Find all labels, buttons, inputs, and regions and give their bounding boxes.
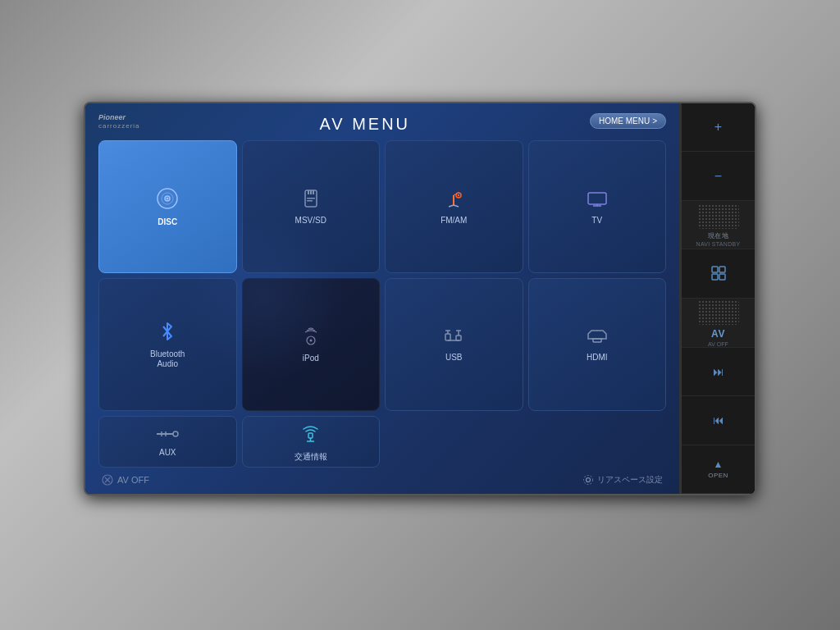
msvsd-label: MSV/SD xyxy=(295,216,326,226)
svg-point-42 xyxy=(587,478,591,482)
aux-icon xyxy=(155,426,180,445)
av-menu-title: AV MENU xyxy=(140,115,590,134)
menu-grid-button[interactable] xyxy=(682,249,755,298)
usb-label: USB xyxy=(445,353,463,363)
ipod-icon xyxy=(302,326,320,350)
menu-item-traffic[interactable]: 交通情報 xyxy=(242,416,381,468)
car-frame: Pioneer carrozzeria AV MENU HOME MENU > xyxy=(0,0,840,630)
svg-rect-47 xyxy=(719,274,725,280)
eject-button[interactable]: ▲ OPEN xyxy=(682,445,755,494)
svg-rect-5 xyxy=(308,190,309,194)
svg-line-12 xyxy=(454,205,459,207)
fmam-label: FM/AM xyxy=(441,216,467,226)
av-off-button[interactable]: AV OFF xyxy=(102,474,149,486)
tv-label: TV xyxy=(591,216,602,226)
menu-item-disc[interactable]: DISC xyxy=(98,140,237,273)
svg-point-32 xyxy=(173,431,178,436)
side-panel: + − 現在地 NAVI STANDBY xyxy=(681,103,755,494)
menu-item-msvsd[interactable]: MSV/SD xyxy=(242,140,381,273)
av-off-side-label: AV OFF xyxy=(708,341,728,347)
menu-item-bluetooth[interactable]: BluetoothAudio xyxy=(98,278,237,411)
tv-icon xyxy=(586,189,609,212)
av-button[interactable]: AV AV OFF xyxy=(682,299,755,348)
aux-label: AUX xyxy=(159,448,176,458)
svg-rect-46 xyxy=(712,274,718,280)
svg-rect-16 xyxy=(588,193,606,204)
navi-label: 現在地 xyxy=(708,232,729,240)
menu-item-aux[interactable]: AUX xyxy=(98,416,237,468)
bluetooth-label: BluetoothAudio xyxy=(150,349,185,369)
hdmi-label: HDMI xyxy=(587,353,608,363)
menu-item-usb[interactable]: USB xyxy=(385,278,523,411)
head-unit: Pioneer carrozzeria AV MENU HOME MENU > xyxy=(84,102,756,495)
svg-line-11 xyxy=(449,205,454,207)
home-menu-button[interactable]: HOME MENU > xyxy=(590,113,666,129)
svg-rect-21 xyxy=(445,334,450,340)
rear-settings-button[interactable]: リアスペース設定 xyxy=(582,474,663,486)
traffic-icon xyxy=(299,422,323,449)
bluetooth-icon xyxy=(159,321,176,346)
brand-labels: Pioneer carrozzeria xyxy=(98,113,140,130)
navi-standby-label: NAVI STANDBY xyxy=(696,241,741,247)
menu-item-hdmi[interactable]: HDMI xyxy=(528,278,667,411)
minus-icon: − xyxy=(714,169,722,184)
settings-icon xyxy=(582,474,594,486)
pioneer-brand: Pioneer xyxy=(98,113,140,121)
volume-down-button[interactable]: − xyxy=(682,152,755,200)
svg-rect-6 xyxy=(310,190,312,194)
sd-icon xyxy=(301,189,321,212)
navi-dots xyxy=(698,204,739,229)
skip-back-button[interactable]: ⏮ xyxy=(682,396,755,445)
svg-point-43 xyxy=(584,476,593,485)
traffic-label: 交通情報 xyxy=(294,452,327,462)
carrozzeria-brand: carrozzeria xyxy=(98,122,140,130)
skip-back-icon: ⏮ xyxy=(713,413,724,427)
av-menu-grid: DISC MSV/SD xyxy=(98,140,666,468)
fmam-icon xyxy=(442,189,465,212)
svg-point-3 xyxy=(167,197,169,199)
menu-item-ipod[interactable]: iPod xyxy=(242,278,381,411)
navi-button[interactable]: 現在地 NAVI STANDBY xyxy=(682,201,755,249)
menu-item-fmam[interactable]: FM/AM xyxy=(385,140,523,273)
svg-rect-9 xyxy=(307,200,313,202)
skip-forward-button[interactable]: ⏭ xyxy=(682,348,755,396)
volume-up-button[interactable]: + xyxy=(682,103,755,152)
eject-icon: ▲ xyxy=(714,459,724,470)
svg-rect-8 xyxy=(307,198,315,199)
av-off-icon xyxy=(102,474,113,486)
skip-forward-icon: ⏭ xyxy=(713,365,724,378)
av-dots xyxy=(698,300,739,325)
av-screen: Pioneer carrozzeria AV MENU HOME MENU > xyxy=(85,103,681,494)
grid-icon xyxy=(710,265,727,281)
svg-rect-44 xyxy=(712,267,718,272)
ipod-label: iPod xyxy=(303,354,319,363)
usb-icon xyxy=(442,327,465,349)
screen-footer: AV OFF リアスペース設定 xyxy=(98,474,666,486)
menu-item-tv[interactable]: TV xyxy=(528,140,667,273)
disc-icon xyxy=(156,187,179,214)
av-label: AV xyxy=(711,328,725,340)
svg-rect-36 xyxy=(308,433,313,438)
plus-icon: + xyxy=(714,120,722,135)
svg-rect-45 xyxy=(719,267,725,272)
open-label: OPEN xyxy=(708,472,728,480)
svg-point-14 xyxy=(458,194,459,195)
disc-label: DISC xyxy=(158,217,177,227)
hdmi-icon xyxy=(585,327,609,349)
svg-rect-7 xyxy=(313,190,314,194)
screen-header: Pioneer carrozzeria AV MENU HOME MENU > xyxy=(98,113,666,134)
svg-point-20 xyxy=(309,339,312,341)
svg-rect-25 xyxy=(456,336,461,340)
